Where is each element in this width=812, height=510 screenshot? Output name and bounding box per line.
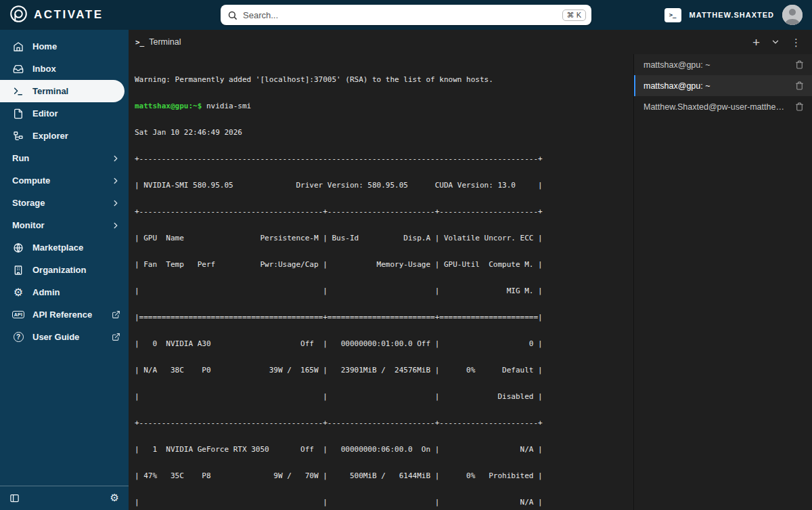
- terminal-line: | 1 NVIDIA GeForce RTX 3050 Off | 000000…: [135, 445, 633, 454]
- building-icon: [12, 265, 24, 276]
- chevron-right-icon: [111, 198, 120, 208]
- terminal-command-line: mattshax@gpu:~$ nvidia-smi: [135, 102, 633, 110]
- search-input[interactable]: [243, 10, 557, 20]
- terminal-line: +---------------------------------------…: [135, 154, 633, 163]
- sidebar-item-marketplace[interactable]: Marketplace: [0, 236, 129, 259]
- sidebar-item-inbox[interactable]: Inbox: [0, 58, 129, 80]
- terminal-sessions-panel: mattshax@gpu: ~ mattshax@gpu: ~ Matthew.…: [633, 54, 812, 510]
- brand[interactable]: ACTIVATE: [9, 5, 103, 26]
- sidebar-item-user-guide[interactable]: ? User Guide: [0, 326, 129, 348]
- terminal-line: | | | MIG M. |: [135, 286, 633, 295]
- sidebar-item-editor[interactable]: Editor: [0, 102, 129, 125]
- trash-icon[interactable]: [795, 102, 804, 111]
- external-link-icon: [112, 333, 120, 341]
- session-label: mattshax@gpu: ~: [644, 81, 790, 91]
- sidebar-item-admin[interactable]: ⚙ Admin: [0, 281, 129, 303]
- sidebar-item-label: Compute: [12, 175, 50, 186]
- user-cluster: >_ MATTHEW.SHAXTED: [664, 5, 803, 25]
- session-label: mattshax@gpu: ~: [644, 60, 790, 70]
- sidebar-item-label: Admin: [32, 287, 60, 297]
- sidebar-item-home[interactable]: Home: [0, 35, 129, 58]
- sidebar-item-label: Home: [32, 41, 57, 51]
- search-shortcut-badge: ⌘ K: [562, 9, 586, 21]
- collapse-sidebar-button[interactable]: [9, 493, 20, 503]
- session-label: Matthew.Shaxted@pw-user-matthewsha...: [644, 102, 790, 112]
- content-header: >_ Terminal + ⋮: [129, 30, 812, 54]
- sidebar-item-monitor[interactable]: Monitor: [0, 214, 129, 236]
- sidebar-item-organization[interactable]: Organization: [0, 259, 129, 281]
- shell-command: nvidia-smi: [202, 102, 251, 110]
- sidebar-item-label: Organization: [32, 265, 86, 275]
- sidebar-item-label: Storage: [12, 198, 45, 208]
- brand-name: ACTIVATE: [34, 8, 103, 22]
- new-terminal-button[interactable]: +: [752, 36, 760, 49]
- terminal-line: | N/A 38C P0 39W / 165W | 23901MiB / 245…: [135, 366, 633, 375]
- chevron-right-icon: [111, 221, 120, 230]
- terminal-session-tab-selected[interactable]: mattshax@gpu: ~: [634, 75, 812, 96]
- search-icon: [227, 10, 238, 20]
- terminal-glyph: >_: [669, 12, 677, 18]
- editor-icon: [12, 108, 24, 119]
- sidebar-item-compute[interactable]: Compute: [0, 169, 129, 192]
- terminal-output[interactable]: Warning: Permanently added '[localhost]:…: [129, 54, 633, 510]
- sidebar-item-run[interactable]: Run: [0, 147, 129, 169]
- terminal-line: | | | N/A |: [135, 498, 633, 507]
- terminal-line: | 47% 35C P8 9W / 70W | 500MiB / 6144MiB…: [135, 471, 633, 480]
- help-icon: ?: [12, 332, 24, 342]
- chevron-right-icon: [111, 154, 120, 163]
- terminal-line: Warning: Permanently added '[localhost]:…: [135, 75, 633, 84]
- content-body: Warning: Permanently added '[localhost]:…: [129, 54, 812, 510]
- terminal-line: |=======================================…: [135, 313, 633, 322]
- sidebar-nav: Home Inbox Terminal Editor: [0, 30, 129, 486]
- terminal-line: | NVIDIA-SMI 580.95.05 Driver Version: 5…: [135, 181, 633, 190]
- terminal-badge-icon[interactable]: >_: [664, 8, 681, 22]
- trash-icon[interactable]: [795, 60, 804, 69]
- terminal-session-tab[interactable]: Matthew.Shaxted@pw-user-matthewsha...: [634, 96, 812, 117]
- sidebar-item-label: Terminal: [32, 86, 68, 96]
- sidebar-item-label: Marketplace: [32, 242, 83, 253]
- sidebar-item-storage[interactable]: Storage: [0, 192, 129, 214]
- settings-gear-button[interactable]: ⚙: [110, 493, 119, 503]
- external-link-icon: [112, 310, 120, 319]
- main-content: >_ Terminal + ⋮ Warning: Permanently add…: [129, 30, 812, 510]
- terminal-line: | | | Disabled |: [135, 392, 633, 401]
- username: MATTHEW.SHAXTED: [690, 11, 774, 19]
- terminal-line: +---------------------------------------…: [135, 419, 633, 427]
- sidebar-item-terminal[interactable]: Terminal: [0, 80, 125, 102]
- page-title-group: >_ Terminal: [135, 37, 181, 47]
- terminal-line: +---------------------------------------…: [135, 207, 633, 216]
- gear-icon: ⚙: [110, 493, 119, 503]
- terminal-session-tab[interactable]: mattshax@gpu: ~: [634, 54, 812, 75]
- sidebar-item-label: Monitor: [12, 220, 45, 230]
- search-bar[interactable]: ⌘ K: [221, 5, 591, 25]
- inbox-icon: [12, 64, 24, 75]
- terminal-line: | 0 NVIDIA A30 Off | 00000000:01:00.0 Of…: [135, 339, 633, 348]
- sidebar-item-label: Editor: [32, 108, 58, 119]
- sidebar: Home Inbox Terminal Editor: [0, 30, 129, 510]
- chevron-right-icon: [111, 176, 120, 186]
- activate-logo-icon: [9, 5, 28, 26]
- sidebar-item-label: Run: [12, 153, 29, 163]
- terminal-line: | Fan Temp Perf Pwr:Usage/Cap | Memory-U…: [135, 260, 633, 269]
- terminal-line: | GPU Name Persistence-M | Bus-Id Disp.A…: [135, 234, 633, 242]
- sidebar-item-label: User Guide: [32, 332, 79, 342]
- sidebar-item-api-reference[interactable]: API API Reference: [0, 303, 129, 326]
- terminal-icon: [12, 86, 24, 97]
- app-shell: Home Inbox Terminal Editor: [0, 30, 812, 510]
- terminal-actions: + ⋮: [752, 36, 801, 49]
- sidebar-item-label: API Reference: [32, 310, 92, 320]
- trash-icon[interactable]: [795, 81, 804, 90]
- sidebar-item-label: Inbox: [32, 64, 56, 74]
- topbar: ACTIVATE ⌘ K >_ MATTHEW.SHAXTED: [0, 0, 812, 30]
- chevron-down-icon[interactable]: [771, 37, 780, 47]
- more-options-button[interactable]: ⋮: [791, 37, 801, 47]
- shell-prompt: mattshax@gpu:~$: [135, 102, 202, 110]
- sidebar-item-explorer[interactable]: Explorer: [0, 125, 129, 147]
- avatar[interactable]: [782, 5, 803, 25]
- home-icon: [12, 41, 24, 52]
- gear-icon: ⚙: [12, 287, 24, 298]
- sidebar-footer: ⚙: [0, 486, 129, 510]
- page-title: Terminal: [149, 37, 181, 47]
- terminal-icon: >_: [135, 38, 144, 47]
- explorer-tree-icon: [12, 131, 24, 142]
